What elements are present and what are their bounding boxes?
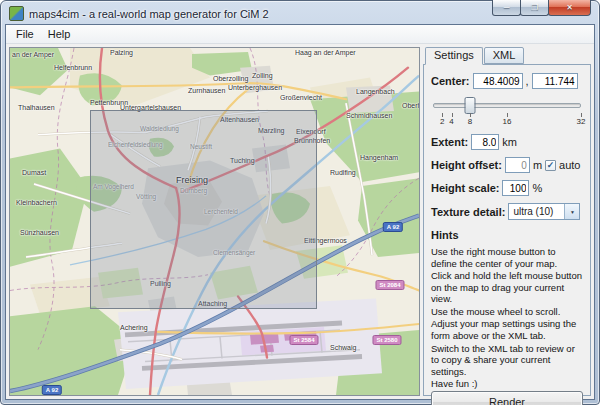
height-scale-label: Height scale: (431, 182, 499, 194)
slider-tick-label: 8 (468, 117, 472, 126)
auto-checkbox-label[interactable]: auto (559, 159, 580, 171)
main-area: an der AmperPalzingHaag an der AmperHelf… (6, 44, 594, 399)
height-offset-label: Height offset: (431, 159, 502, 171)
extent-unit: km (502, 136, 517, 148)
hint-line: Have fun :) (431, 378, 583, 390)
slider-thumb[interactable] (465, 97, 476, 114)
maximize-button[interactable]: ❐ (520, 0, 549, 16)
window-client-area: File Help (5, 24, 595, 400)
tab-settings[interactable]: Settings (425, 47, 483, 65)
extent-input[interactable] (471, 134, 499, 150)
window-controls: ─❐✕ (493, 0, 591, 16)
title-bar[interactable]: maps4cim - a real-world map generator fo… (5, 1, 595, 24)
height-scale-input[interactable] (502, 180, 529, 196)
tab-strip: Settings XML (423, 47, 591, 64)
texture-detail-row: Texture detail: ultra (10) ▼ (431, 203, 583, 220)
app-window: maps4cim - a real-world map generator fo… (0, 0, 600, 405)
slider-tick-label: 2 (440, 117, 444, 126)
texture-detail-label: Texture detail: (431, 206, 505, 218)
height-scale-row: Height scale: % (431, 180, 583, 196)
tab-xml[interactable]: XML (484, 47, 525, 64)
extent-label: Extent: (431, 136, 468, 148)
height-offset-input[interactable] (505, 157, 530, 173)
texture-detail-select[interactable]: ultra (10) ▼ (508, 203, 580, 220)
extent-row: Extent: km (431, 134, 583, 150)
center-label: Center: (431, 75, 470, 87)
center-row: Center: , (431, 73, 583, 89)
auto-checkbox[interactable]: ✓ (545, 160, 556, 171)
center-lon-input[interactable] (532, 73, 578, 89)
extent-slider[interactable]: 2481632 (433, 96, 581, 126)
chevron-down-icon[interactable]: ▼ (564, 204, 579, 219)
hint-line: Use the mouse wheel to scroll. (431, 306, 583, 318)
slider-tick-label: 4 (449, 117, 453, 126)
center-separator: , (526, 75, 529, 87)
slider-track[interactable] (433, 103, 581, 108)
settings-tab-content: Center: , 2481632 Extent: km (423, 64, 591, 396)
close-button[interactable]: ✕ (548, 0, 591, 16)
settings-panel: Settings XML Center: , 2481632 (423, 47, 591, 396)
hints-text: Use the right mouse button to define the… (431, 246, 583, 391)
app-icon (9, 6, 24, 21)
hint-line: Use the right mouse button to define the… (431, 246, 583, 269)
height-offset-row: Height offset: m ✓ auto (431, 157, 583, 173)
menu-help[interactable]: Help (41, 27, 78, 41)
slider-tick-label: 32 (577, 117, 586, 126)
menu-file[interactable]: File (9, 27, 41, 41)
slider-tick-label: 16 (503, 117, 512, 126)
texture-detail-value: ultra (10) (513, 206, 553, 217)
menu-bar: File Help (6, 25, 594, 44)
map-selection-rect[interactable] (90, 110, 317, 309)
window-title: maps4cim - a real-world map generator fo… (29, 8, 269, 20)
hint-line: Switch to the XML tab to review or to co… (431, 343, 583, 378)
hints-title: Hints (431, 229, 583, 241)
center-lat-input[interactable] (473, 73, 523, 89)
map-view[interactable]: an der AmperPalzingHaag an der AmperHelf… (9, 47, 420, 396)
height-offset-unit: m (533, 159, 542, 171)
hint-line: Click and hold the left mouse button on … (431, 270, 583, 305)
render-button[interactable]: Render (431, 391, 583, 405)
height-scale-unit: % (532, 182, 542, 194)
hint-line: Adjust your map settings using the form … (431, 318, 583, 341)
minimize-button[interactable]: ─ (492, 0, 521, 16)
